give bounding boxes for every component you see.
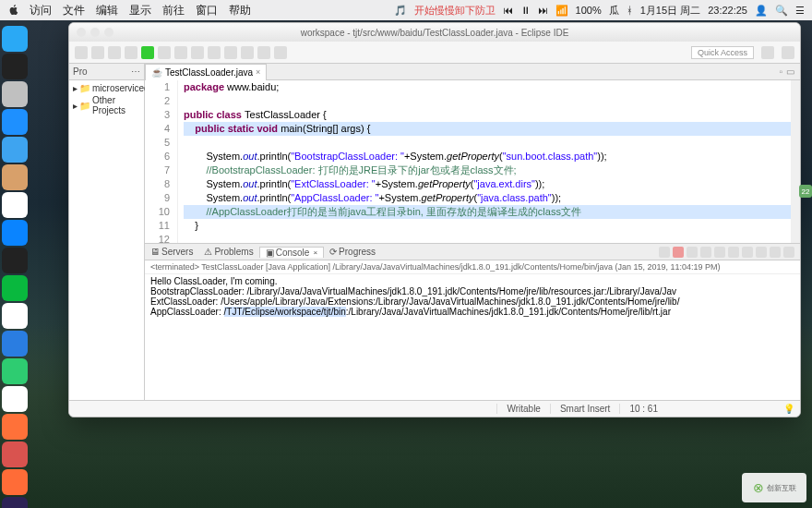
perspective-java-icon[interactable] [761, 46, 774, 59]
chevron-right-icon: ▸ [73, 101, 78, 111]
dock-safari[interactable] [2, 109, 28, 135]
code-line-8[interactable]: System.out.println("ExtClassLoader: "+Sy… [184, 177, 800, 191]
code-line-10[interactable]: //AppClassLoader打印的是当前java工程目录bin, 里面存放的… [184, 205, 800, 219]
tab-progress[interactable]: ⟳Progress [324, 247, 381, 257]
status-now-playing: 开始慢慢卸下防卫 [414, 4, 496, 18]
console-scroll-lock-icon[interactable] [714, 247, 725, 258]
dock-mail[interactable] [2, 137, 28, 163]
dock-wechat[interactable] [2, 275, 28, 301]
ime-indicator[interactable]: 瓜 [609, 4, 619, 18]
dock-appstore[interactable] [2, 220, 28, 246]
playback-prev-icon[interactable]: ⏮ [503, 5, 513, 16]
code-line-6[interactable]: System.out.println("BootstrapClassLoader… [184, 150, 800, 163]
menu-view[interactable]: 显示 [129, 3, 151, 18]
sidebar-mini-icons[interactable]: ⋯ [131, 67, 140, 77]
dock-siri[interactable] [2, 54, 28, 79]
code-line-5[interactable] [184, 136, 800, 150]
search-icon[interactable]: 🔍 [775, 5, 788, 17]
menu-go[interactable]: 前往 [162, 3, 185, 18]
perspective-debug-icon[interactable] [782, 46, 794, 59]
menubar-time[interactable]: 23:22:25 [708, 5, 747, 16]
zoom-window-icon[interactable] [104, 28, 113, 37]
playback-next-icon[interactable]: ⏭ [538, 5, 548, 16]
coverage-icon[interactable] [158, 46, 171, 59]
menu-file[interactable]: 文件 [63, 3, 85, 18]
open-type-icon[interactable] [208, 46, 221, 59]
new-class-icon[interactable] [191, 46, 204, 59]
tree-item-1[interactable]: ▸📁Other Projects [73, 94, 140, 116]
menu-help[interactable]: 帮助 [229, 3, 251, 18]
editor-tab-testclassloader[interactable]: ☕ TestClassLoader.java × [145, 64, 267, 80]
code-line-2[interactable] [184, 94, 800, 108]
tab-console[interactable]: ▣Console× [259, 247, 324, 258]
tree-item-0[interactable]: ▸📁microservicecloud [73, 82, 140, 94]
save-icon[interactable] [91, 46, 104, 59]
tab-problems[interactable]: ⚠Problems [198, 247, 258, 257]
debug-icon[interactable] [125, 46, 137, 59]
minimize-window-icon[interactable] [90, 28, 100, 37]
editor-scrollbar[interactable] [791, 80, 800, 243]
project-explorer: Pro ⋯ ▸📁microservicecloud▸📁Other Project… [69, 64, 145, 400]
menu-access[interactable]: 访问 [30, 3, 52, 18]
dock-kuwo[interactable] [2, 331, 28, 357]
new-package-icon[interactable] [174, 46, 187, 59]
search-toolbar-icon[interactable] [224, 46, 237, 59]
console-open-icon[interactable] [756, 247, 767, 258]
nav-back-icon[interactable] [257, 46, 270, 59]
spotlight-icon[interactable]: 👤 [755, 5, 768, 17]
line-gutter: 1234567891011121314 [145, 80, 178, 243]
code-editor[interactable]: 1234567891011121314 package www.baidu;pu… [145, 80, 800, 243]
code-line-11[interactable]: } [184, 219, 800, 233]
code-line-12[interactable] [184, 233, 800, 243]
console-clear-icon[interactable] [700, 247, 711, 258]
close-tab-icon[interactable]: × [256, 67, 260, 77]
tip-icon[interactable]: 💡 [778, 404, 800, 414]
dock-music[interactable] [2, 386, 28, 412]
console-remove-icon[interactable] [659, 247, 670, 258]
code-line-3[interactable]: public class TestClassLoader { [184, 108, 800, 122]
console-pin-icon[interactable] [728, 247, 739, 258]
tab-servers[interactable]: 🖥Servers [145, 247, 198, 257]
dock-firefox[interactable] [2, 414, 28, 440]
editor-maximize-icon[interactable]: ▭ [786, 67, 794, 77]
close-window-icon[interactable] [77, 28, 86, 37]
dock-calendar[interactable] [2, 192, 28, 218]
code-line-1[interactable]: package www.baidu; [184, 80, 800, 94]
window-titlebar[interactable]: workspace - tjt/src/www/baidu/TestClassL… [69, 23, 800, 42]
menu-window[interactable]: 窗口 [196, 3, 218, 18]
dock-terminal[interactable] [2, 248, 28, 273]
save-all-icon[interactable] [108, 46, 121, 59]
dock-video[interactable] [2, 358, 28, 384]
menubar-date[interactable]: 1月15日 周二 [640, 4, 700, 18]
console-max-icon[interactable] [783, 247, 794, 258]
bluetooth-icon[interactable]: ᚼ [627, 5, 633, 16]
dock-finder[interactable] [2, 26, 28, 52]
dock-postman[interactable] [2, 469, 28, 495]
menu-edit[interactable]: 编辑 [96, 3, 118, 18]
code-line-7[interactable]: //BootstrapClassLoader: 打印的是JRE目录下的jar包或… [184, 163, 800, 177]
wifi-icon[interactable]: 📶 [555, 5, 568, 17]
console-display-icon[interactable] [742, 247, 753, 258]
nav-forward-icon[interactable] [274, 46, 287, 59]
dock-qq[interactable] [2, 303, 28, 329]
console-output[interactable]: Hello ClassLoader, I'm coming.BootstrapC… [145, 274, 800, 400]
dock-launchpad[interactable] [2, 81, 28, 107]
dock-contacts[interactable] [2, 164, 28, 190]
run-icon[interactable] [141, 46, 154, 59]
code-line-4[interactable]: public static void main(String[] args) { [184, 122, 800, 136]
dock-dictionary[interactable] [2, 441, 28, 467]
code-line-9[interactable]: System.out.println("AppClassLoader: "+Sy… [184, 191, 800, 205]
macos-menubar: 访问 文件 编辑 显示 前往 窗口 帮助 🎵 开始慢慢卸下防卫 ⏮ ⏸ ⏭ 📶 … [0, 0, 812, 20]
playback-pause-icon[interactable]: ⏸ [520, 5, 531, 16]
console-remove-all-icon[interactable] [673, 247, 684, 258]
editor-minimize-icon[interactable]: ▫ [779, 67, 782, 77]
status-cursor-pos: 10 : 61 [619, 404, 667, 414]
toggle-breakpoint-icon[interactable] [241, 46, 254, 59]
console-min-icon[interactable] [770, 247, 781, 258]
console-terminate-icon[interactable] [687, 247, 698, 258]
quick-access-input[interactable]: Quick Access [691, 46, 754, 59]
traffic-lights[interactable] [77, 28, 113, 37]
new-icon[interactable] [75, 46, 88, 59]
notification-icon[interactable]: ☰ [795, 5, 805, 17]
dock-eclipse[interactable] [2, 497, 28, 508]
